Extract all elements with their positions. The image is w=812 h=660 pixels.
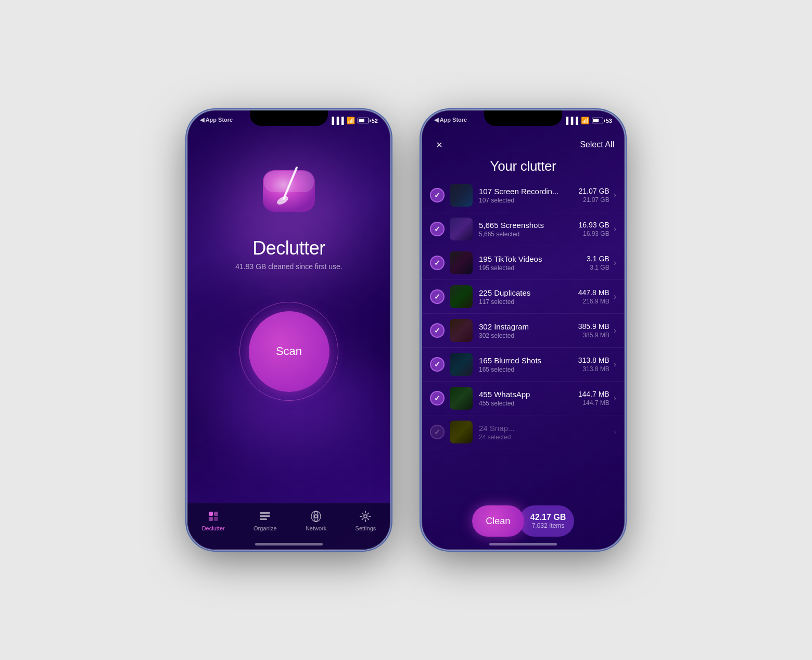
item-name-blurred: 165 Blurred Shots: [479, 356, 578, 365]
check-screenshots[interactable]: ✓: [430, 222, 445, 236]
nav-organize-label: Organize: [253, 525, 277, 531]
size-pill-primary: 42.17 GB: [530, 513, 566, 522]
size-primary: 16.93 GB: [579, 221, 610, 229]
size-primary: 144.7 MB: [578, 390, 610, 398]
checkmark-icon: ✓: [434, 225, 440, 233]
list-item[interactable]: ✓ 24 Snap... 24 selected ›: [422, 415, 625, 449]
check-blurred[interactable]: ✓: [430, 357, 445, 372]
list-item[interactable]: ✓ 195 TikTok Videos 195 selected 3.1 GB …: [422, 246, 625, 280]
item-name-snapchat: 24 Snap...: [479, 424, 610, 433]
size-primary: 21.07 GB: [579, 187, 610, 195]
check-snapchat[interactable]: ✓: [430, 425, 445, 439]
signal-icon-1: ▐▐▐: [329, 117, 344, 124]
size-primary: 3.1 GB: [587, 255, 610, 263]
status-right-2: ▐▐▐ 📶 53: [564, 117, 612, 124]
check-instagram[interactable]: ✓: [430, 323, 445, 338]
check-screen-recordings[interactable]: ✓: [430, 188, 445, 202]
scan-label: Scan: [276, 345, 302, 358]
network-icon: [309, 510, 323, 523]
item-info-whatsapp: 455 WhatsApp 455 selected: [479, 390, 578, 407]
size-secondary: 16.93 GB: [579, 230, 610, 237]
item-name-screenshots: 5,665 Screenshots: [479, 221, 579, 230]
clutter-list: ✓ 107 Screen Recordin... 107 selected 21…: [422, 179, 625, 550]
chevron-right-icon: ›: [614, 292, 616, 301]
chevron-right-icon: ›: [614, 258, 616, 268]
phone-2: ◀ App Store 4:14 ▐▐▐ 📶 53 × Select All Y…: [422, 110, 625, 550]
checkmark-icon: ✓: [434, 326, 440, 335]
back-link-1[interactable]: ◀ App Store: [200, 117, 233, 123]
close-button[interactable]: ×: [432, 137, 447, 152]
item-info-instagram: 302 Instagram 302 selected: [479, 322, 578, 339]
nav-settings[interactable]: Settings: [356, 510, 376, 531]
nav-network-label: Network: [306, 525, 326, 531]
battery-percent-1: 52: [372, 118, 378, 124]
svg-rect-9: [260, 515, 270, 517]
size-primary: 447.8 MB: [578, 288, 610, 297]
list-item[interactable]: ✓ 302 Instagram 302 selected 385.9 MB 38…: [422, 314, 625, 348]
item-selected-snapchat: 24 selected: [479, 434, 610, 441]
item-name-duplicates: 225 Duplicates: [479, 288, 578, 297]
nav-organize[interactable]: Organize: [253, 510, 277, 531]
check-duplicates[interactable]: ✓: [430, 289, 445, 304]
item-selected-duplicates: 117 selected: [479, 298, 578, 306]
phone-1: ◀ App Store 4:19 ▐▐▐ 📶 52: [187, 110, 390, 550]
organize-icon: [258, 510, 272, 523]
item-name-screen-recordings: 107 Screen Recordin...: [479, 187, 579, 196]
battery-percent-2: 53: [606, 118, 612, 124]
checkmark-icon: ✓: [434, 293, 440, 301]
svg-rect-5: [214, 512, 218, 516]
item-name-whatsapp: 455 WhatsApp: [479, 390, 578, 399]
checkmark-icon: ✓: [434, 191, 440, 199]
nav-declutter[interactable]: Declutter: [202, 510, 225, 531]
check-tiktok[interactable]: ✓: [430, 256, 445, 270]
notch-2: [484, 110, 562, 126]
nav-declutter-label: Declutter: [202, 525, 225, 531]
thumb-whatsapp: [450, 387, 473, 410]
notch-1: [250, 110, 328, 126]
scan-button[interactable]: Scan: [249, 311, 329, 392]
list-item[interactable]: ✓ 455 WhatsApp 455 selected 144.7 MB 144…: [422, 382, 625, 415]
size-secondary: 313.8 MB: [578, 365, 610, 373]
svg-rect-8: [260, 512, 270, 514]
thumb-snapchat: [450, 421, 473, 443]
size-pill[interactable]: 42.17 GB 7,032 Items: [519, 505, 574, 537]
phone1-title-area: Declutter 41.93 GB cleaned since first u…: [235, 237, 342, 271]
thumb-tiktok: [450, 251, 473, 274]
item-size-instagram: 385.9 MB 385.9 MB: [578, 322, 610, 339]
battery-icon-2: [592, 118, 603, 123]
nav-settings-label: Settings: [356, 525, 376, 531]
wifi-icon-2: 📶: [581, 117, 589, 124]
clean-button[interactable]: Clean: [472, 505, 524, 537]
app-icon-svg: [258, 162, 320, 214]
thumb-screenshots: [450, 218, 473, 240]
list-item[interactable]: ✓ 107 Screen Recordin... 107 selected 21…: [422, 179, 625, 212]
select-all-button[interactable]: Select All: [580, 140, 614, 149]
check-whatsapp[interactable]: ✓: [430, 391, 445, 405]
svg-point-13: [364, 515, 367, 518]
list-item[interactable]: ✓ 5,665 Screenshots 5,665 selected 16.93…: [422, 212, 625, 246]
nav-network[interactable]: Network: [306, 510, 326, 531]
list-item[interactable]: ✓ 165 Blurred Shots 165 selected 313.8 M…: [422, 348, 625, 382]
thumb-duplicates: [450, 285, 473, 308]
checkmark-icon: ✓: [434, 259, 440, 267]
checkmark-icon: ✓: [434, 394, 440, 402]
item-size-duplicates: 447.8 MB 216.9 MB: [578, 288, 610, 305]
item-selected-tiktok: 195 selected: [479, 264, 587, 272]
svg-point-11: [314, 515, 318, 518]
item-info-screen-recordings: 107 Screen Recordin... 107 selected: [479, 187, 579, 204]
chevron-right-icon: ›: [614, 427, 616, 437]
item-name-instagram: 302 Instagram: [479, 322, 578, 331]
item-selected-whatsapp: 455 selected: [479, 400, 578, 407]
back-chevron-2: ◀ App Store: [434, 117, 467, 123]
item-selected-screenshots: 5,665 selected: [479, 231, 579, 238]
back-chevron-1: ◀ App Store: [200, 117, 233, 123]
item-info-screenshots: 5,665 Screenshots 5,665 selected: [479, 221, 579, 238]
home-indicator-2: [489, 543, 557, 545]
item-info-blurred: 165 Blurred Shots 165 selected: [479, 356, 578, 373]
chevron-right-icon: ›: [614, 360, 616, 369]
size-primary: 385.9 MB: [578, 322, 610, 331]
back-link-2[interactable]: ◀ App Store: [434, 117, 467, 123]
list-item[interactable]: ✓ 225 Duplicates 117 selected 447.8 MB 2…: [422, 280, 625, 314]
item-selected-instagram: 302 selected: [479, 332, 578, 339]
svg-rect-10: [260, 518, 267, 520]
